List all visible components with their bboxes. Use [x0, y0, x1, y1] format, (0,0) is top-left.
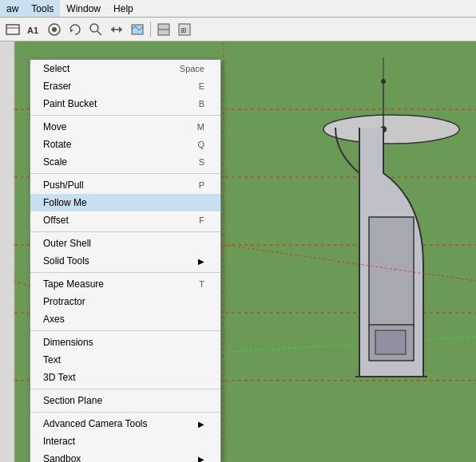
menu-item-3d-text[interactable]: 3D Text [30, 369, 220, 386]
menu-item-protractor[interactable]: Protractor [30, 293, 220, 310]
menu-item-solid-tools[interactable]: Solid Tools ▶ [30, 252, 220, 270]
svg-text:⊞: ⊞ [180, 26, 187, 34]
menu-item-scale[interactable]: Scale S [30, 153, 220, 171]
menubar-item-aw[interactable]: aw [0, 0, 25, 17]
menu-item-move[interactable]: Move M [30, 118, 220, 136]
menu-separator-3 [30, 231, 220, 232]
svg-rect-0 [6, 25, 19, 34]
toolbar-btn-3[interactable] [45, 20, 64, 39]
menu-separator-6 [30, 389, 220, 389]
menu-item-scale-shortcut: S [199, 157, 204, 167]
menu-item-text[interactable]: Text [30, 351, 220, 369]
menu-separator-4 [30, 272, 220, 273]
menu-item-axes[interactable]: Axes [30, 310, 220, 328]
menu-item-offset-label: Offset [43, 215, 69, 226]
menu-item-select-label: Select [43, 63, 69, 74]
menu-item-dimensions[interactable]: Dimensions [30, 334, 220, 351]
menubar-item-tools[interactable]: Tools [25, 0, 60, 17]
toolbar: A1 [0, 18, 476, 41]
menu-separator-7 [30, 412, 220, 413]
menu-item-paint-bucket-shortcut: B [199, 99, 204, 109]
menu-item-tape-measure-shortcut: T [199, 279, 204, 289]
menu-item-outer-shell-label: Outer Shell [43, 238, 91, 249]
viewport: Select Space Eraser E Paint Bucket B Mov… [0, 41, 476, 462]
menu-item-follow-me-label: Follow Me [43, 197, 87, 208]
menu-item-solid-tools-label: Solid Tools [43, 255, 89, 267]
toolbar-btn-4[interactable] [65, 20, 85, 39]
menu-item-advanced-camera-label: Advanced Camera Tools [43, 418, 148, 429]
toolbar-btn-1[interactable] [3, 20, 22, 39]
menu-item-advanced-camera-arrow: ▶ [198, 420, 204, 428]
menu-item-tape-measure[interactable]: Tape Measure T [30, 275, 220, 293]
menu-item-sandbox-arrow: ▶ [198, 455, 204, 463]
svg-point-27 [323, 115, 459, 144]
menu-item-section-plane[interactable]: Section Plane [30, 392, 220, 409]
svg-text:A1: A1 [27, 26, 38, 35]
svg-marker-9 [119, 26, 122, 33]
svg-rect-11 [132, 25, 143, 34]
menu-item-outer-shell[interactable]: Outer Shell [30, 235, 220, 252]
menu-item-offset-shortcut: F [199, 215, 204, 225]
menu-item-protractor-label: Protractor [43, 296, 85, 307]
svg-point-6 [90, 24, 98, 32]
menu-item-move-shortcut: M [197, 122, 204, 132]
menu-item-advanced-camera[interactable]: Advanced Camera Tools ▶ [30, 415, 220, 432]
toolbar-btn-map[interactable] [128, 20, 147, 39]
menu-item-dimensions-label: Dimensions [43, 337, 93, 348]
menu-item-section-plane-label: Section Plane [43, 395, 102, 406]
menu-separator-5 [30, 330, 220, 331]
menu-item-select[interactable]: Select Space [30, 60, 220, 77]
tools-dropdown-menu: Select Space Eraser E Paint Bucket B Mov… [30, 59, 221, 462]
menu-item-axes-label: Axes [43, 314, 65, 325]
menu-item-push-pull-shortcut: P [199, 180, 204, 190]
menu-item-move-label: Move [43, 121, 66, 132]
menu-item-interact-label: Interact [43, 436, 75, 447]
menu-item-eraser-shortcut: E [199, 81, 204, 91]
menu-item-select-shortcut: Space [180, 64, 204, 73]
menu-item-push-pull[interactable]: Push/Pull P [30, 176, 220, 194]
menu-item-rotate[interactable]: Rotate Q [30, 136, 220, 153]
menu-separator-1 [30, 115, 220, 116]
menu-item-tape-measure-label: Tape Measure [43, 278, 104, 290]
menu-item-paint-bucket[interactable]: Paint Bucket B [30, 95, 220, 113]
toolbar-btn-7[interactable]: ⊞ [175, 20, 194, 39]
menubar-item-window[interactable]: Window [60, 0, 107, 17]
svg-line-7 [97, 31, 101, 35]
menu-item-push-pull-label: Push/Pull [43, 180, 84, 191]
menu-item-text-label: Text [43, 354, 61, 365]
toolbar-btn-6[interactable] [154, 20, 173, 39]
svg-rect-30 [375, 330, 406, 354]
toolbar-separator-1 [150, 22, 151, 38]
menu-item-eraser-label: Eraser [43, 81, 71, 92]
menu-item-scale-label: Scale [43, 156, 67, 168]
svg-marker-5 [70, 30, 73, 33]
menu-item-sandbox-label: Sandbox [43, 453, 81, 462]
menubar: aw Tools Window Help [0, 0, 476, 18]
menu-item-rotate-label: Rotate [43, 139, 71, 150]
menubar-item-help[interactable]: Help [107, 0, 140, 17]
toolbar-btn-search[interactable] [86, 20, 105, 39]
svg-point-4 [52, 27, 57, 32]
menu-item-follow-me[interactable]: Follow Me [30, 194, 220, 211]
toolbar-btn-5[interactable] [107, 20, 126, 39]
svg-rect-17 [0, 41, 14, 462]
menu-item-3d-text-label: 3D Text [43, 372, 75, 383]
toolbar-btn-a1[interactable]: A1 [24, 20, 43, 39]
menu-item-eraser[interactable]: Eraser E [30, 77, 220, 95]
menu-item-interact[interactable]: Interact [30, 432, 220, 450]
menu-item-paint-bucket-label: Paint Bucket [43, 98, 97, 109]
menu-item-offset[interactable]: Offset F [30, 211, 220, 229]
svg-marker-10 [111, 26, 114, 33]
menu-item-sandbox[interactable]: Sandbox ▶ [30, 450, 220, 462]
menu-item-solid-tools-arrow: ▶ [198, 257, 204, 266]
menu-separator-2 [30, 173, 220, 174]
menu-item-rotate-shortcut: Q [197, 140, 204, 149]
